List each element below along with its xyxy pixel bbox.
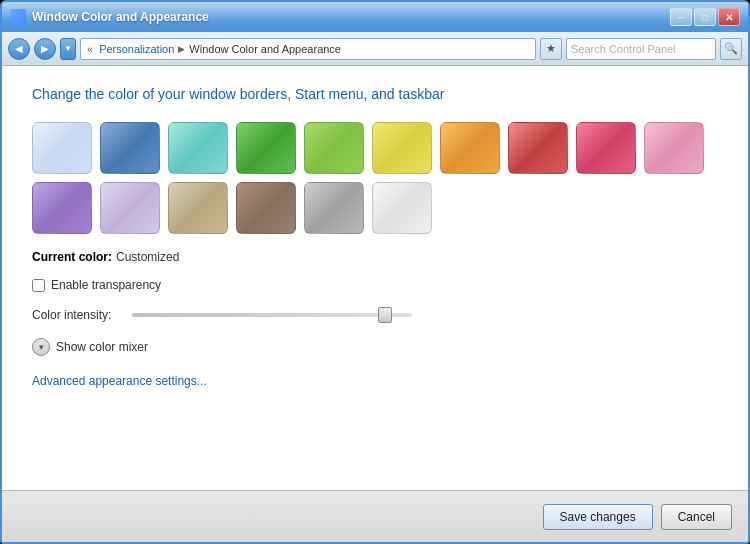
- color-swatch-8[interactable]: [508, 122, 568, 174]
- breadcrumb-arrow: ▶: [178, 44, 185, 54]
- color-swatch-1[interactable]: [32, 122, 92, 174]
- search-button[interactable]: 🔍: [720, 38, 742, 60]
- search-placeholder: Search Control Panel: [571, 43, 676, 55]
- title-bar: Window Color and Appearance ─ □ ✕: [2, 2, 748, 32]
- maximize-button[interactable]: □: [694, 8, 716, 26]
- page-title: Change the color of your window borders,…: [32, 86, 718, 102]
- color-swatch-10[interactable]: [644, 122, 704, 174]
- intensity-label: Color intensity:: [32, 308, 122, 322]
- show-mixer-row: ▾ Show color mixer: [32, 338, 718, 356]
- color-swatch-16[interactable]: [372, 182, 432, 234]
- window-icon: [10, 9, 26, 25]
- color-swatch-4[interactable]: [236, 122, 296, 174]
- search-box[interactable]: Search Control Panel: [566, 38, 716, 60]
- show-mixer-label[interactable]: Show color mixer: [56, 340, 148, 354]
- intensity-slider-track[interactable]: [132, 313, 412, 317]
- save-changes-button[interactable]: Save changes: [543, 504, 653, 530]
- forward-button[interactable]: ▶: [34, 38, 56, 60]
- pin-button[interactable]: ★: [540, 38, 562, 60]
- color-swatch-9[interactable]: [576, 122, 636, 174]
- breadcrumb-current: Window Color and Appearance: [189, 43, 341, 55]
- transparency-row: Enable transparency: [32, 278, 718, 292]
- color-swatch-15[interactable]: [304, 182, 364, 234]
- intensity-row: Color intensity:: [32, 308, 718, 322]
- recent-button[interactable]: ▼: [60, 38, 76, 60]
- window-title: Window Color and Appearance: [32, 10, 209, 24]
- transparency-label[interactable]: Enable transparency: [51, 278, 161, 292]
- chevron-down-icon[interactable]: ▾: [32, 338, 50, 356]
- title-bar-buttons: ─ □ ✕: [670, 8, 740, 26]
- address-bar: ◀ ▶ ▼ « Personalization ▶ Window Color a…: [2, 32, 748, 66]
- current-color-label: Current color:: [32, 250, 112, 264]
- color-swatches: [32, 122, 718, 234]
- main-window: Window Color and Appearance ─ □ ✕ ◀ ▶ ▼ …: [0, 0, 750, 544]
- color-swatch-3[interactable]: [168, 122, 228, 174]
- current-color-row: Current color: Customized: [32, 250, 718, 264]
- color-swatch-7[interactable]: [440, 122, 500, 174]
- back-button[interactable]: ◀: [8, 38, 30, 60]
- transparency-checkbox[interactable]: [32, 279, 45, 292]
- breadcrumb-parent[interactable]: Personalization: [99, 43, 174, 55]
- color-swatch-6[interactable]: [372, 122, 432, 174]
- color-swatch-13[interactable]: [168, 182, 228, 234]
- color-swatch-14[interactable]: [236, 182, 296, 234]
- minimize-button[interactable]: ─: [670, 8, 692, 26]
- breadcrumb: « Personalization ▶ Window Color and App…: [80, 38, 536, 60]
- breadcrumb-separator: «: [87, 43, 93, 55]
- advanced-settings-link[interactable]: Advanced appearance settings...: [32, 374, 207, 388]
- color-swatch-2[interactable]: [100, 122, 160, 174]
- close-button[interactable]: ✕: [718, 8, 740, 26]
- title-bar-left: Window Color and Appearance: [10, 9, 209, 25]
- intensity-slider-thumb[interactable]: [378, 307, 392, 323]
- cancel-button[interactable]: Cancel: [661, 504, 732, 530]
- color-swatch-12[interactable]: [100, 182, 160, 234]
- main-content: Change the color of your window borders,…: [2, 66, 748, 490]
- footer: Save changes Cancel: [2, 490, 748, 542]
- current-color-value: Customized: [116, 250, 179, 264]
- color-swatch-11[interactable]: [32, 182, 92, 234]
- color-swatch-5[interactable]: [304, 122, 364, 174]
